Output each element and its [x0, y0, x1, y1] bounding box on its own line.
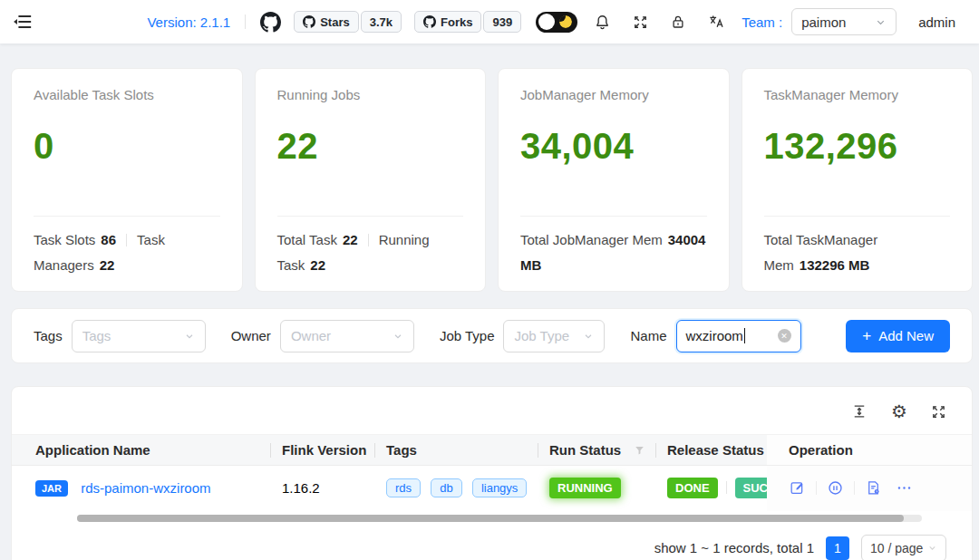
chevron-down-icon: [393, 331, 403, 342]
github-stars-widget: Stars 3.7k: [294, 11, 402, 33]
table-fullscreen-icon[interactable]: [931, 404, 946, 420]
clear-input-icon[interactable]: ✕: [778, 329, 791, 343]
column-header-release-status[interactable]: Release Status: [655, 435, 767, 466]
page-size-select[interactable]: 10 / page: [861, 535, 946, 560]
stars-label: Stars: [320, 15, 350, 29]
column-header-tags[interactable]: Tags: [374, 435, 538, 466]
tags-placeholder: Tags: [82, 328, 184, 343]
stat-value: 34,004: [520, 126, 707, 167]
moon-icon: [559, 15, 572, 28]
stat-value: 132,296: [764, 126, 951, 167]
job-type-filter-select[interactable]: Job Type: [503, 320, 605, 352]
run-status-badge: RUNNING: [549, 478, 621, 498]
application-name-link[interactable]: rds-paimon-wxziroom: [81, 480, 210, 496]
jobs-table-card: ⚙ Application Name Flink Version Tags Ru…: [11, 386, 973, 560]
divider: [245, 14, 246, 29]
stars-count-badge[interactable]: 3.7k: [361, 11, 402, 33]
add-new-button[interactable]: + Add New: [846, 320, 950, 352]
operation-cell: [767, 466, 973, 511]
table-header-row: Application Name Flink Version Tags Run …: [12, 435, 973, 466]
column-header-flink-version[interactable]: Flink Version: [270, 435, 374, 466]
toggle-knob: [538, 14, 555, 30]
name-filter-input[interactable]: wxziroom ✕: [676, 320, 801, 352]
forks-count-badge[interactable]: 939: [483, 11, 521, 33]
applications-table: Application Name Flink Version Tags Run …: [12, 434, 973, 511]
owner-filter-select[interactable]: Owner: [280, 320, 414, 352]
column-header-operation: Operation: [767, 435, 973, 466]
github-stars-button[interactable]: Stars: [294, 11, 359, 33]
table-toolbar: ⚙: [12, 387, 972, 434]
owner-filter-label: Owner: [231, 328, 271, 343]
settings-gear-icon[interactable]: ⚙: [891, 403, 907, 420]
run-status-cell: RUNNING: [538, 466, 655, 511]
app-page: Version: 2.1.1 Stars 3.7k Forks 939: [0, 0, 979, 560]
top-navbar: Version: 2.1.1 Stars 3.7k Forks 939: [0, 0, 979, 43]
column-header-run-status[interactable]: Run Status: [538, 435, 655, 466]
job-type-placeholder: Job Type: [514, 328, 583, 343]
page-size-value: 10 / page: [870, 541, 923, 555]
github-forks-button[interactable]: Forks: [414, 11, 481, 33]
stat-card-running-jobs: Running Jobs 22 Total Task22Running Task…: [255, 68, 487, 292]
plus-icon: +: [862, 327, 871, 345]
notification-bell-icon[interactable]: [594, 14, 611, 31]
build-status-badge: SUCCESS: [735, 478, 767, 498]
stat-footer: Total Task22Running Task22: [277, 217, 464, 278]
stat-title: JobManager Memory: [520, 87, 707, 102]
release-status-cell: DONESUCCESS: [655, 466, 767, 511]
divider: [816, 481, 817, 495]
version-label: Version: 2.1.1: [147, 14, 230, 30]
stat-value: 22: [277, 126, 464, 167]
row-height-icon[interactable]: [851, 403, 868, 420]
team-select-value: paimon: [801, 14, 846, 30]
stat-title: Available Task Slots: [34, 87, 220, 102]
edit-icon[interactable]: [789, 479, 806, 497]
stat-title: Running Jobs: [277, 87, 464, 102]
stat-card-available-task-slots: Available Task Slots 0 Task Slots86Task …: [11, 68, 243, 292]
page-number-button[interactable]: 1: [826, 536, 849, 560]
stat-card-taskmanager-memory: TaskManager Memory 132,296 Total TaskMan…: [742, 68, 974, 292]
horizontal-scrollbar-track: [77, 515, 922, 522]
divider: [854, 481, 855, 495]
tags-filter-label: Tags: [34, 328, 63, 343]
team-select[interactable]: paimon: [791, 8, 897, 35]
owner-placeholder: Owner: [291, 328, 393, 343]
filter-bar: Tags Tags Owner Owner Job Type Job Type …: [11, 308, 973, 363]
menu-fold-icon[interactable]: [13, 12, 33, 32]
dark-mode-toggle[interactable]: [536, 12, 577, 33]
lock-icon[interactable]: [670, 14, 686, 30]
pause-icon[interactable]: [827, 479, 844, 497]
chevron-down-icon: [184, 331, 195, 342]
team-label: Team :: [742, 14, 782, 30]
tag-pill: rds: [386, 478, 421, 497]
job-type-filter-label: Job Type: [440, 328, 495, 343]
tag-pill: db: [431, 478, 461, 497]
forks-label: Forks: [441, 15, 472, 29]
filter-funnel-icon[interactable]: [634, 444, 645, 456]
stat-footer: Task Slots86Task Managers22: [34, 217, 220, 278]
stats-row: Available Task Slots 0 Task Slots86Task …: [11, 68, 973, 292]
stat-footer: Total JobManager Mem34004 MB: [520, 217, 707, 278]
github-logo-icon[interactable]: [260, 12, 281, 33]
view-log-icon[interactable]: [865, 479, 882, 497]
fullscreen-icon[interactable]: [633, 14, 648, 30]
column-header-application-name[interactable]: Application Name: [12, 435, 270, 466]
chevron-down-icon: [875, 16, 887, 28]
pagination: show 1 ~ 1 records, total 1 1 10 / page: [12, 522, 972, 560]
chevron-down-icon: [583, 331, 594, 342]
release-status-badge: DONE: [667, 478, 718, 498]
flink-version-cell: 1.16.2: [270, 466, 374, 511]
chevron-down-icon: [927, 543, 937, 553]
table-row: JAR rds-paimon-wxziroom 1.16.2 rds db li…: [12, 466, 973, 511]
horizontal-scrollbar-thumb[interactable]: [77, 515, 904, 522]
pagination-summary: show 1 ~ 1 records, total 1: [654, 540, 814, 555]
name-filter-label: Name: [630, 328, 666, 343]
github-forks-widget: Forks 939: [414, 11, 521, 33]
tags-filter-select[interactable]: Tags: [72, 320, 206, 352]
divider: [726, 481, 727, 494]
translate-icon[interactable]: [708, 14, 725, 31]
more-actions-icon[interactable]: [896, 479, 913, 497]
tags-cell: rds db liangys: [374, 466, 538, 511]
stat-title: TaskManager Memory: [764, 87, 951, 102]
username[interactable]: admin: [918, 14, 955, 30]
tag-pill: liangys: [472, 478, 527, 497]
